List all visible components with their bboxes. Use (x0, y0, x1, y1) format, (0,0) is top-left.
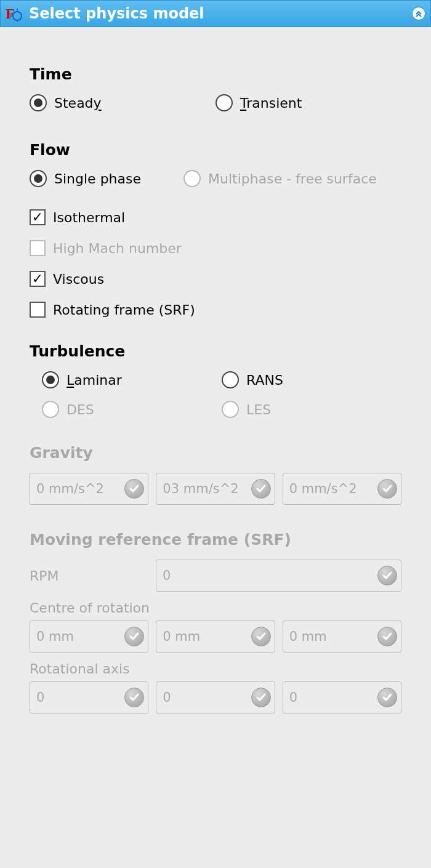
gravity-y-value: 03 mm/s^2 (163, 481, 247, 496)
radio-steady[interactable]: Steady (30, 94, 102, 111)
radio-laminar-label: Laminar (66, 372, 122, 388)
radio-rans[interactable]: RANS (222, 371, 283, 388)
checkbox-checked-icon: ✓ (30, 271, 46, 287)
rpm-value: 0 (163, 568, 374, 583)
radio-empty-icon (42, 401, 59, 418)
checkbox-srf-label: Rotating frame (SRF) (53, 302, 195, 318)
radio-single-phase[interactable]: Single phase (30, 170, 141, 187)
centre-inputs: 0 mm 0 mm 0 mm (30, 621, 401, 653)
checkbox-empty-icon (30, 302, 46, 318)
checkbox-high-mach-label: High Mach number (53, 241, 182, 256)
radio-les: LES (222, 401, 271, 418)
radio-transient-label: Transient (240, 95, 302, 111)
radio-empty-icon (216, 94, 233, 111)
checkbox-checked-icon: ✓ (30, 209, 46, 225)
checkbox-viscous[interactable]: ✓ Viscous (30, 271, 401, 287)
centre-z-input: 0 mm (283, 621, 401, 653)
axis-y-input: 0 (156, 681, 275, 713)
app-icon: F (6, 5, 23, 22)
commit-check-icon (124, 688, 144, 707)
commit-check-icon (124, 479, 144, 499)
radio-rans-label: RANS (246, 372, 283, 388)
commit-check-icon (377, 688, 397, 707)
centre-z-value: 0 mm (289, 629, 374, 644)
heading-flow: Flow (30, 141, 401, 159)
commit-check-icon (124, 627, 144, 646)
checkbox-empty-icon (30, 240, 46, 256)
collapse-button[interactable] (412, 7, 425, 20)
checkbox-isothermal[interactable]: ✓ Isothermal (30, 209, 401, 225)
radio-single-phase-label: Single phase (54, 171, 141, 187)
axis-label: Rotational axis (30, 661, 401, 677)
gravity-z-value: 0 mm/s^2 (289, 481, 374, 496)
radio-multiphase: Multiphase - free surface (183, 170, 377, 187)
radio-dot-icon (30, 170, 47, 187)
axis-y-value: 0 (163, 690, 247, 705)
checkbox-srf[interactable]: Rotating frame (SRF) (30, 302, 401, 318)
gravity-inputs: 0 mm/s^2 03 mm/s^2 0 mm/s^2 (30, 473, 401, 505)
titlebar: F Select physics model (0, 0, 431, 27)
checkbox-viscous-label: Viscous (53, 271, 104, 287)
radio-des: DES (42, 401, 94, 418)
centre-label: Centre of rotation (30, 600, 401, 616)
panel-content: Time Steady Transient Flow Single phase (0, 27, 431, 738)
radio-laminar[interactable]: Laminar (42, 371, 122, 388)
heading-time: Time (30, 65, 401, 83)
radio-multiphase-label: Multiphase - free surface (208, 171, 377, 187)
radio-des-label: DES (66, 402, 94, 417)
commit-check-icon (251, 627, 271, 646)
radio-empty-icon (222, 401, 239, 418)
checkbox-isothermal-label: Isothermal (53, 210, 125, 225)
centre-y-value: 0 mm (163, 629, 247, 644)
commit-check-icon (377, 566, 397, 585)
panel-title: Select physics model (29, 5, 204, 22)
heading-turbulence: Turbulence (30, 342, 401, 360)
radio-empty-icon (222, 371, 239, 388)
axis-z-input: 0 (283, 681, 401, 713)
gravity-x-value: 0 mm/s^2 (36, 481, 121, 496)
axis-z-value: 0 (289, 690, 374, 705)
radio-dot-icon (42, 371, 59, 388)
centre-x-value: 0 mm (36, 629, 121, 644)
heading-gravity: Gravity (30, 444, 401, 462)
rpm-label: RPM (30, 568, 156, 584)
radio-les-label: LES (246, 402, 271, 417)
commit-check-icon (251, 479, 271, 499)
commit-check-icon (251, 688, 271, 707)
commit-check-icon (377, 627, 397, 646)
centre-x-input: 0 mm (30, 621, 148, 653)
gravity-y-input: 03 mm/s^2 (156, 473, 275, 505)
radio-dot-icon (30, 94, 47, 111)
commit-check-icon (377, 479, 397, 499)
heading-srf-frame: Moving reference frame (SRF) (30, 531, 401, 549)
checkbox-high-mach: High Mach number (30, 240, 401, 256)
centre-y-input: 0 mm (156, 621, 275, 653)
axis-x-input: 0 (30, 681, 148, 713)
radio-steady-label: Steady (54, 95, 102, 111)
gravity-x-input: 0 mm/s^2 (30, 473, 148, 505)
rpm-input: 0 (156, 560, 401, 592)
radio-transient[interactable]: Transient (216, 94, 302, 111)
gravity-z-input: 0 mm/s^2 (283, 473, 401, 505)
axis-x-value: 0 (36, 690, 121, 705)
axis-inputs: 0 0 0 (30, 681, 401, 713)
radio-empty-icon (183, 170, 201, 187)
